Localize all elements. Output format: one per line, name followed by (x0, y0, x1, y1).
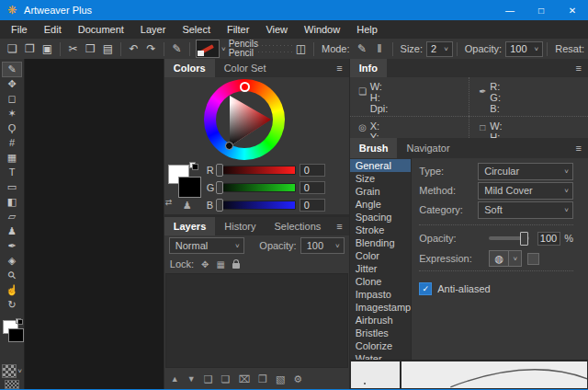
menu-document[interactable]: Document (70, 20, 132, 39)
brush-cat-clone[interactable]: Clone (350, 275, 412, 288)
blue-slider[interactable] (217, 201, 296, 210)
green-slider-handle[interactable] (216, 181, 223, 194)
new-document-icon[interactable]: ❏ (4, 40, 21, 57)
panels-toggle-icon[interactable]: ◫ (292, 40, 310, 57)
brush-preset-thumbnail[interactable] (196, 40, 220, 58)
paste-icon[interactable]: ▤ (99, 40, 117, 57)
default-colors-icon[interactable] (16, 318, 23, 325)
hand-tool[interactable]: ☝ (3, 283, 21, 297)
tab-brush[interactable]: Brush (350, 138, 398, 158)
menu-help[interactable]: Help (348, 20, 386, 39)
background-color-swatch[interactable] (8, 328, 24, 342)
brush-preset-chevron-icon[interactable]: ˅ (221, 45, 226, 53)
brush-cat-impasto[interactable]: Impasto (350, 288, 412, 301)
open-icon[interactable]: ❐ (21, 40, 39, 57)
shape-tool[interactable]: ▭ (3, 180, 21, 194)
size-dropdown[interactable]: 2 ˅ (426, 41, 453, 57)
delete-layer-icon[interactable]: ⌧ (238, 374, 250, 384)
tab-color-set[interactable]: Color Set (215, 59, 276, 77)
duplicate-layer-icon[interactable]: ❒ (258, 374, 267, 384)
stamp-tool[interactable]: ♟ (3, 224, 21, 238)
lock-transparency-icon[interactable]: ▦ (216, 259, 224, 270)
menu-view[interactable]: View (257, 20, 296, 39)
expression-icon[interactable]: ◍ (489, 250, 509, 267)
brush-cat-angle[interactable]: Angle (350, 198, 412, 211)
menu-window[interactable]: Window (296, 20, 348, 39)
red-slider[interactable] (217, 166, 296, 175)
text-tool[interactable]: T (3, 166, 21, 179)
brush-cat-bristles[interactable]: Bristles (350, 327, 412, 339)
brush-cat-colorize[interactable]: Colorize (350, 339, 412, 352)
layer-effects-icon[interactable]: ▧ (276, 374, 285, 384)
hue-ring[interactable] (204, 79, 285, 160)
tab-colors[interactable]: Colors (164, 59, 215, 77)
brush-cat-spacing[interactable]: Spacing (350, 211, 412, 224)
save-icon[interactable]: ▣ (39, 40, 56, 57)
menu-select[interactable]: Select (174, 20, 219, 39)
maximize-button[interactable]: □ (526, 0, 557, 20)
eyedropper-tool[interactable]: ✒ (3, 239, 21, 253)
tab-info[interactable]: Info (350, 59, 387, 77)
move-tool[interactable]: ✥ (3, 77, 21, 91)
brush-cat-airbrush[interactable]: Airbrush (350, 314, 412, 327)
category-dropdown[interactable]: Soft ˅ (478, 201, 573, 219)
red-slider-handle[interactable] (216, 164, 223, 177)
menu-edit[interactable]: Edit (36, 20, 70, 39)
expression-chevron-icon[interactable]: ˅ (509, 250, 522, 267)
blue-value-field[interactable]: 0 (300, 199, 325, 212)
lasso-tool[interactable]: Ϙ (3, 121, 21, 135)
mosaic-tool[interactable]: ▦ (3, 151, 21, 165)
clone-mode-icon[interactable]: ‖ (371, 40, 389, 57)
close-button[interactable]: ✕ (557, 0, 588, 20)
paint-mode-icon[interactable]: ✎ (354, 40, 371, 57)
tab-selections[interactable]: Selections (266, 217, 331, 235)
default-colors-icon[interactable] (189, 162, 198, 170)
magic-wand-tool[interactable]: ✶ (3, 107, 21, 120)
type-dropdown[interactable]: Circular ˅ (478, 163, 573, 180)
expression-settings-button[interactable] (527, 253, 539, 265)
brush-opacity-field[interactable]: 100 (537, 232, 560, 246)
red-value-field[interactable]: 0 (300, 164, 325, 177)
gradient-tool[interactable]: ◧ (3, 195, 21, 209)
paint-tool[interactable]: ✎ (3, 63, 21, 76)
menu-filter[interactable]: Filter (219, 20, 257, 39)
layer-opacity-dropdown[interactable]: 100 ˅ (300, 237, 345, 254)
eraser-tool[interactable]: ▱ (3, 210, 21, 224)
blend-mode-dropdown[interactable]: Normal ˅ (169, 237, 244, 254)
canvas[interactable] (24, 59, 164, 389)
brush-cat-stroke[interactable]: Stroke (350, 224, 412, 236)
menu-layer[interactable]: Layer (132, 20, 175, 39)
tab-navigator[interactable]: Navigator (397, 138, 458, 158)
info-panel-menu-icon[interactable]: ≡ (570, 59, 588, 77)
move-layer-down-icon[interactable]: ▼ (187, 375, 196, 384)
background-color-swatch[interactable] (178, 177, 201, 198)
undo-icon[interactable]: ↶ (125, 40, 142, 57)
menu-file[interactable]: File (3, 20, 36, 39)
pattern-swatch[interactable] (2, 364, 17, 378)
lock-position-icon[interactable]: ✥ (201, 259, 209, 270)
rotate-tool[interactable]: ↻ (3, 298, 21, 312)
brush-cat-imagestamp[interactable]: Imagestamp (350, 301, 412, 314)
brush-cat-color[interactable]: Color (350, 249, 412, 262)
zoom-tool[interactable]: ⚲ (3, 269, 21, 282)
redo-icon[interactable]: ↷ (142, 40, 160, 57)
blue-slider-handle[interactable] (216, 199, 223, 212)
select-tool[interactable]: ◻ (3, 92, 21, 106)
hue-marker[interactable] (240, 82, 250, 92)
colors-panel-menu-icon[interactable]: ≡ (330, 59, 348, 77)
swap-colors-icon[interactable]: ⇄ (165, 198, 173, 207)
brush-opacity-slider-handle[interactable] (520, 232, 528, 246)
green-slider[interactable] (217, 183, 296, 192)
green-value-field[interactable]: 0 (300, 181, 325, 194)
new-group-icon[interactable]: ❑ (204, 374, 213, 384)
brush-cat-grain[interactable]: Grain (350, 185, 412, 198)
brush-cat-blending[interactable]: Blending (350, 236, 412, 249)
minimize-button[interactable]: — (494, 0, 526, 20)
brush-cat-jitter[interactable]: Jitter (350, 262, 412, 275)
opacity-dropdown[interactable]: 100 ˅ (505, 41, 543, 57)
texture-swatch[interactable] (5, 380, 19, 389)
pattern-chevron-icon[interactable]: ˅ (17, 367, 22, 375)
tab-history[interactable]: History (215, 217, 265, 235)
antialiased-checkbox[interactable]: ✓ (419, 282, 432, 295)
brush-panel-menu-icon[interactable]: ≡ (570, 138, 588, 158)
